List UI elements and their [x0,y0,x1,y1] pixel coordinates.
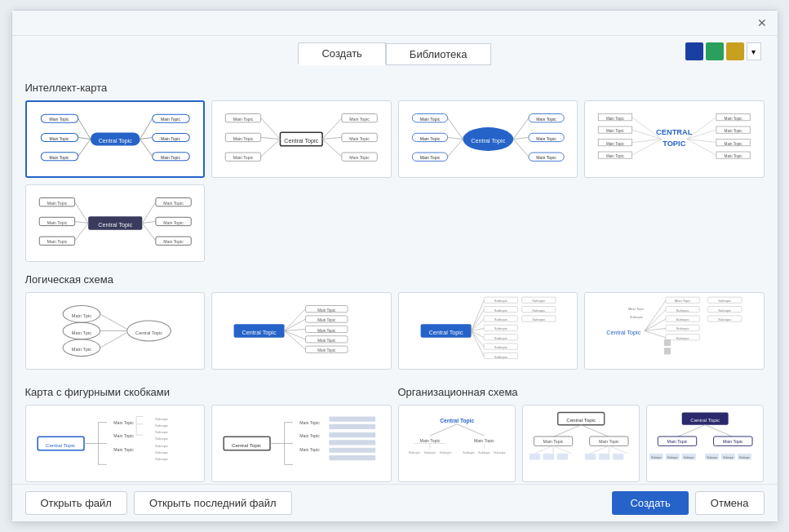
svg-text:Main Topic: Main Topic [47,220,67,225]
color-dropdown-button[interactable]: ▾ [747,42,761,60]
template-logic-2[interactable]: Central Topic Main Topic Main Topic Main… [211,292,392,370]
svg-line-54 [447,118,463,140]
svg-line-184 [645,331,666,338]
svg-line-38 [322,137,342,139]
svg-line-19 [140,140,152,157]
open-file-button[interactable]: Открыть файл [25,491,127,515]
svg-line-59 [513,140,529,157]
svg-text:Main Tpic: Main Tpic [71,313,91,318]
svg-line-17 [140,118,152,139]
color-swatch-1[interactable] [685,42,703,60]
svg-line-36 [261,140,281,157]
svg-text:Subtopic: Subtopic [494,326,507,330]
section-logic-title: Логическая схема [25,273,765,286]
svg-line-81 [632,140,662,156]
svg-text:Main Topic: Main Topic [606,154,625,158]
svg-line-55 [447,137,463,139]
svg-text:Main Topic: Main Topic [419,438,440,443]
svg-text:Subtopic: Subtopic [494,355,507,359]
svg-text:Main Topic: Main Topic [299,447,320,452]
svg-text:Main Topic: Main Topic [725,142,743,146]
svg-line-250 [553,446,572,453]
svg-text:Subtopic: Subtopic [676,317,689,321]
svg-text:Main Topic: Main Topic [317,348,336,352]
template-mind-map-5[interactable]: Central Topic Main Topic Main Topic Main… [25,184,206,262]
svg-line-84 [687,140,716,143]
svg-text:TOPIC: TOPIC [663,140,685,148]
cancel-button[interactable]: Отмена [695,491,765,515]
svg-line-56 [447,140,463,157]
svg-text:Subtopic: Subtopic [423,451,436,454]
main-content: Интеллект-карта Central Topic Main Topic… [12,69,778,484]
svg-text:Central Topic: Central Topic [232,442,261,448]
svg-text:Subtopic: Subtopic [439,451,451,454]
open-recent-button[interactable]: Открыть последний файл [134,491,292,515]
svg-text:Subtopic: Subtopic [676,326,689,330]
svg-rect-217 [329,424,375,429]
section-org-title: Организационная схема [398,386,765,398]
svg-text:Central Topic: Central Topic [566,417,596,423]
color-swatch-2[interactable] [706,42,724,60]
svg-line-104 [142,221,156,223]
color-swatch-3[interactable] [726,42,744,60]
svg-text:Central Topic: Central Topic [135,330,162,335]
svg-text:Main Topic: Main Topic [113,447,134,452]
svg-rect-256 [613,454,623,460]
tab-library[interactable]: Библиотека [386,43,491,65]
svg-text:Subtopic: Subtopic [494,336,507,340]
bracket-section: Карта с фигурными скобками Central Topic… [25,381,392,484]
svg-text:Central Topic: Central Topic [471,137,505,144]
template-mind-map-3[interactable]: Central Topic Main Topic Main Topic Main… [398,100,578,178]
svg-text:Main Topic: Main Topic [599,440,619,445]
tab-bar: Создать Библиотека ▾ [12,36,778,69]
svg-rect-220 [329,448,375,453]
svg-text:Main Topic: Main Topic [419,136,440,141]
svg-text:Main Topic: Main Topic [299,420,320,425]
svg-line-105 [142,224,156,242]
create-button[interactable]: Создать [612,491,688,515]
svg-text:Main Topic: Main Topic [49,117,69,122]
svg-line-115 [100,314,126,330]
template-org-3[interactable]: Central Topic Main Topic Main Topic [646,405,764,482]
template-org-2[interactable]: Central Topic Main Topic Main Topic [522,405,640,482]
template-bracket-1[interactable]: Central Topic Main Topic Main Topic Main… [25,405,206,482]
svg-line-18 [140,137,152,139]
template-mind-map-1[interactable]: Central Topic Main Topic Main Topic Main… [25,100,206,178]
svg-text:Subtopic: Subtopic [630,315,643,319]
org-grid: Central Topic Main Topic Main Topic Subt… [398,405,765,482]
bracket-grid: Central Topic Main Topic Main Topic Main… [25,405,392,482]
svg-text:Central Topic: Central Topic [606,329,641,336]
svg-line-116 [100,333,126,348]
svg-text:Main Topic: Main Topic [233,155,254,160]
svg-text:Subtopic: Subtopic [667,456,678,459]
svg-text:Main Topic: Main Topic [47,201,67,206]
svg-line-263 [705,425,732,437]
template-logic-1[interactable]: Main Tpic Main Tpic Main Tpic Central To… [25,292,206,370]
close-button[interactable]: ✕ [755,16,769,30]
svg-text:Central Topic: Central Topic [428,329,463,336]
template-mind-map-4[interactable]: CENTRAL TOPIC Main Topic Main Topic Main… [584,100,765,178]
color-picker-area: ▾ [685,42,761,60]
template-logic-3[interactable]: Central Topic Subtopic Subtopic Subtopic… [398,292,578,370]
svg-text:Main Topic: Main Topic [349,136,370,141]
svg-line-257 [590,446,609,453]
template-org-1[interactable]: Central Topic Main Topic Main Topic Subt… [398,405,516,482]
template-mind-map-2[interactable]: Central Topic Main Topic Main Topic Main… [211,100,392,178]
svg-text:Main Topic: Main Topic [725,154,743,158]
svg-line-102 [74,224,88,242]
svg-line-39 [322,140,342,157]
svg-text:Central Topic: Central Topic [98,221,132,228]
svg-text:Main Topic: Main Topic [317,318,336,322]
template-logic-4[interactable]: Central Topic Main Topic Subtopic Subtop… [584,292,765,370]
svg-line-58 [513,137,529,139]
svg-text:Subtopic: Subtopic [723,456,734,459]
svg-text:Main Topic: Main Topic [163,239,184,244]
template-bracket-2[interactable]: Central Topic Main Topic Main Topic Main… [211,405,392,482]
svg-rect-221 [329,455,375,460]
svg-text:Main Topic: Main Topic [725,117,743,121]
tab-create[interactable]: Создать [298,42,385,65]
svg-line-37 [322,118,342,140]
svg-line-132 [285,331,306,339]
svg-rect-254 [585,454,596,460]
svg-text:Subtopic: Subtopic [463,451,475,454]
